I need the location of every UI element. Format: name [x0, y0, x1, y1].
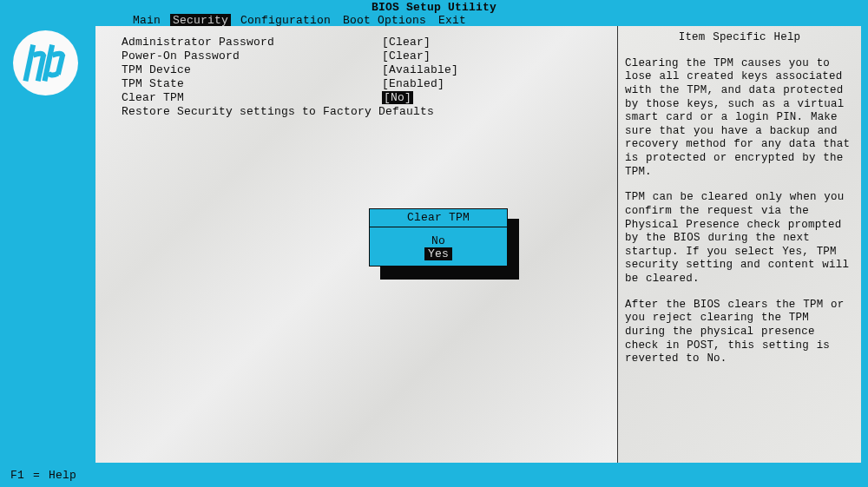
- settings-panel: Administrator Password [Clear] Power-On …: [95, 26, 618, 463]
- dialog-title: Clear TPM: [370, 209, 507, 227]
- hp-logo-icon: [13, 30, 78, 95]
- menu-exit[interactable]: Exit: [436, 14, 469, 27]
- title-bar: BIOS Setup Utility: [0, 0, 868, 13]
- setting-poweron-password[interactable]: Power-On Password [Clear]: [122, 49, 591, 63]
- dialog-option-no[interactable]: No: [428, 234, 449, 247]
- footer-help-hint: F1 = Help: [10, 469, 76, 482]
- menu-boot-options[interactable]: Boot Options: [340, 14, 429, 27]
- setting-restore-defaults[interactable]: Restore Security settings to Factory Def…: [122, 104, 591, 118]
- setting-label: Restore Security settings to Factory Def…: [122, 105, 434, 118]
- help-paragraph: TPM can be cleared only when you confirm…: [625, 191, 854, 286]
- setting-value: [No]: [382, 91, 413, 104]
- setting-admin-password[interactable]: Administrator Password [Clear]: [122, 35, 591, 49]
- setting-value: [Available]: [382, 63, 458, 76]
- menu-main[interactable]: Main: [130, 14, 163, 27]
- svg-line-0: [25, 45, 33, 82]
- dialog-body: No Yes: [370, 227, 507, 266]
- setting-label: Clear TPM: [122, 91, 382, 104]
- bios-frame: BIOS Setup Utility Main Security Configu…: [0, 0, 868, 487]
- setting-tpm-state[interactable]: TPM State [Enabled]: [122, 76, 591, 90]
- help-paragraph: Clearing the TPM causes you to lose all …: [625, 57, 854, 180]
- setting-label: TPM State: [122, 77, 382, 90]
- clear-tpm-dialog: Clear TPM No Yes: [369, 208, 508, 267]
- help-title: Item Specific Help: [625, 31, 854, 45]
- help-paragraph: After the BIOS clears the TPM or you rej…: [625, 299, 854, 366]
- menu-bar: Main Security Configuration Boot Options…: [0, 13, 868, 27]
- dialog-option-yes[interactable]: Yes: [424, 247, 452, 260]
- setting-value: [Clear]: [382, 49, 431, 63]
- setting-label: Power-On Password: [122, 49, 382, 63]
- setting-value: [Clear]: [382, 36, 431, 49]
- setting-value: [Enabled]: [382, 77, 444, 90]
- setting-tpm-device[interactable]: TPM Device [Available]: [122, 63, 591, 76]
- help-panel: Item Specific Help Clearing the TPM caus…: [618, 26, 861, 463]
- setting-label: Administrator Password: [122, 36, 382, 49]
- setting-clear-tpm[interactable]: Clear TPM [No]: [122, 90, 591, 104]
- menu-configuration[interactable]: Configuration: [238, 14, 333, 27]
- setting-label: TPM Device: [122, 63, 382, 76]
- utility-title: BIOS Setup Utility: [372, 1, 496, 14]
- menu-security[interactable]: Security: [170, 14, 231, 27]
- svg-line-3: [58, 55, 63, 75]
